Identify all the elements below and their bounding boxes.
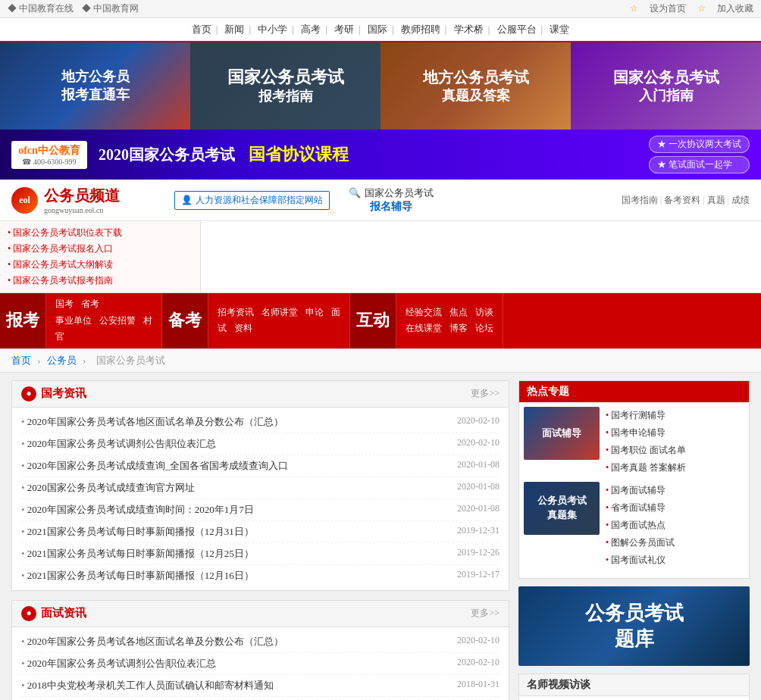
guokao-header: ● 国考资讯 更多>> <box>12 381 509 408</box>
hot-link-guokao-shenlun[interactable]: 国考申论辅导 <box>606 424 686 442</box>
news-item-1: 2020年国家公务员考试调剂公告|职位表汇总 2020-02-10 <box>21 433 500 455</box>
nav-ziliao[interactable]: 资料 <box>234 320 252 337</box>
banner-2[interactable]: 国家公务员考试 报考指南 <box>190 42 380 130</box>
news-date-4: 2020-01-08 <box>437 503 500 517</box>
hot-thumb-1[interactable]: 面试辅导 <box>524 407 600 460</box>
hot-link-guokao-zhenti[interactable]: 国考真题 答案解析 <box>606 459 686 477</box>
ad-tags: ★ 一次协议两大考试 ★ 笔试面试一起学 <box>649 136 750 173</box>
nav-boke[interactable]: 博客 <box>449 320 468 337</box>
ms-date-0: 2020-02-10 <box>437 635 500 648</box>
add-favorites[interactable]: 加入收藏 <box>717 3 753 14</box>
nav-home[interactable]: 首页 <box>192 23 211 35</box>
banner-4[interactable]: 国家公务员考试 入门指南 <box>571 42 761 130</box>
nav-xueqiao[interactable]: 学术桥 <box>454 23 484 35</box>
hot-link-shengkao-ms[interactable]: 省考面试辅导 <box>606 499 675 517</box>
breadcrumb-gwy[interactable]: 公务员 <box>47 355 77 366</box>
mianshi-more[interactable]: 更多>> <box>471 607 500 620</box>
nav-jingyan[interactable]: 经验交流 <box>406 305 442 321</box>
guokao-title: ● 国考资讯 <box>21 386 86 402</box>
news-item-7: 2021国家公务员考试每日时事新闻播报（12月16日） 2019-12-17 <box>21 565 500 586</box>
guokao-more[interactable]: 更多>> <box>471 387 500 400</box>
nav-shiyedanwei[interactable]: 事业单位 <box>55 313 92 330</box>
full-red-nav: 报考 国考 省考 事业单位 公安招警 村 官 备考 招考资讯 名师讲堂 申论 面… <box>0 293 761 348</box>
nav-classroom[interactable]: 课堂 <box>550 23 569 35</box>
nav-hudong-row1: 经验交流 焦点 访谈 <box>406 305 493 321</box>
news-link-0[interactable]: 2020年国家公务员考试各地区面试名单及分数公布（汇总） <box>21 415 437 429</box>
hot-link-guokao-etiquette[interactable]: 国考面试礼仪 <box>606 552 675 569</box>
nav-international[interactable]: 国际 <box>368 23 387 35</box>
nav-kaoyan[interactable]: 考研 <box>334 23 354 35</box>
qlink-2[interactable]: • 国家公务员考试报名入口 <box>8 241 193 257</box>
hot-link-tujie-ms[interactable]: 图解公务员面试 <box>606 534 675 552</box>
nav-mianshi[interactable]: 面 <box>331 305 340 321</box>
ms-link-0[interactable]: 2020年国家公务员考试各地区面试名单及分数公布（汇总） <box>21 635 437 648</box>
nav-fangtan[interactable]: 访谈 <box>475 305 493 321</box>
hot-thumb-2[interactable]: 公务员考试 真题集 <box>524 482 600 535</box>
qlink-4[interactable]: • 国家公务员考试报考指南 <box>8 273 193 289</box>
news-link-1[interactable]: 2020年国家公务员考试调剂公告|职位表汇总 <box>21 437 437 451</box>
hot-link-guokao-xingce[interactable]: 国考行测辅导 <box>606 407 686 424</box>
nav-teacher[interactable]: 教师招聘 <box>401 23 440 35</box>
banner-3-text: 地方公务员考试 真题及答案 <box>423 67 529 105</box>
banner-1[interactable]: 地方公务员 报考直通车 <box>0 42 190 130</box>
nav-hudong-items: 经验交流 焦点 访谈 在线课堂 博客 论坛 <box>396 293 503 348</box>
news-link-2[interactable]: 2020年国家公务员考试成绩查询_全国各省国考成绩查询入口 <box>21 459 437 473</box>
video-section: 名师视频访谈 国考面试考情分析 <box>518 673 750 700</box>
hot-pair-1: 面试辅导 国考行测辅导 国考申论辅导 国考职位 面试名单 国考真题 答案解析 <box>524 407 744 477</box>
news-link-6[interactable]: 2021国家公务员考试每日时事新闻播报（12月25日） <box>21 547 437 561</box>
top-bar-link1[interactable]: ◆ 中国教育在线 <box>8 3 74 14</box>
ms-link-1[interactable]: 2020年国家公务员考试调剂公告|职位表汇总 <box>21 657 437 670</box>
nav-jiaodian[interactable]: 焦点 <box>449 305 468 321</box>
ms-item-2: 2018中央党校考录机关工作人员面试确认和邮寄材料通知 2018-01-31 <box>21 675 500 697</box>
news-link-4[interactable]: 2020年国家公务员考试成绩查询时间：2020年1月7日 <box>21 503 437 517</box>
baoming-link[interactable]: 报名辅导 <box>370 200 412 214</box>
ms-link-2[interactable]: 2018中央党校考录机关工作人员面试确认和邮寄材料通知 <box>21 679 437 692</box>
main-nav-bar: 首页| 新闻| 中小学| 高考| 考研| 国际| 教师招聘| 学术桥| 公服平台… <box>0 18 761 42</box>
sidebar-quicklinks: • 国家公务员考试职位表下载 • 国家公务员考试报名入口 • 国家公务员考试大纲… <box>0 221 201 292</box>
nav-guokao[interactable]: 国考 <box>55 296 74 313</box>
news-item-2: 2020年国家公务员考试成绩查询_全国各省国考成绩查询入口 2020-01-08 <box>21 455 500 477</box>
news-link-5[interactable]: 2021国家公务员考试每日时事新闻播报（12月31日） <box>21 525 437 539</box>
qbank-banner[interactable]: 公务员考试 题库 <box>518 586 750 666</box>
nav-cun[interactable]: 村 <box>143 313 152 330</box>
news-date-7: 2019-12-17 <box>437 569 500 583</box>
nav-shengkao[interactable]: 省考 <box>81 296 99 313</box>
nav-zhaokao[interactable]: 招考资讯 <box>218 305 254 321</box>
hot-link-guokao-ms-hot[interactable]: 国考面试热点 <box>606 517 675 534</box>
qlink-1[interactable]: • 国家公务员考试职位表下载 <box>8 225 193 241</box>
set-homepage[interactable]: 设为首页 <box>650 3 686 14</box>
logo-nav-section: eol 公务员频道 gongwuyuan.eol.cn 👤 人力资源和社会保障部… <box>0 180 761 221</box>
top-bar-link2[interactable]: ◆ 中国教育网 <box>82 3 139 14</box>
hot-thumb-2-text: 公务员考试 真题集 <box>537 494 587 521</box>
hot-links-1: 国考行测辅导 国考申论辅导 国考职位 面试名单 国考真题 答案解析 <box>606 407 686 477</box>
banner-3[interactable]: 地方公务员考试 真题及答案 <box>380 42 571 130</box>
link-guokao-guide[interactable]: 国考指南 <box>622 195 658 205</box>
hot-link-guokao-zhiwei[interactable]: 国考职位 面试名单 <box>606 442 686 459</box>
nav-guan[interactable]: 官 <box>55 329 64 345</box>
hot-links-2: 国考面试辅导 省考面试辅导 国考面试热点 图解公务员面试 国考面试礼仪 <box>606 482 675 570</box>
nav-luntan[interactable]: 论坛 <box>475 320 493 337</box>
ms-item-1: 2020年国家公务员考试调剂公告|职位表汇总 2020-02-10 <box>21 653 500 675</box>
ms-date-1: 2020-02-10 <box>437 657 500 670</box>
nav-shenlun[interactable]: 申论 <box>305 305 324 321</box>
qlink-3[interactable]: • 国家公务员考试大纲解读 <box>8 257 193 273</box>
nav-k12[interactable]: 中小学 <box>258 23 287 35</box>
news-date-1: 2020-02-10 <box>437 437 500 451</box>
link-zhenti[interactable]: 真题 <box>707 195 725 205</box>
ad-banner[interactable]: ofcn中公教育 ☎ 400-6300-999 2020国家公务员考试 国省协议… <box>0 130 761 180</box>
nav-zaixianketang[interactable]: 在线课堂 <box>406 320 442 337</box>
nav-news[interactable]: 新闻 <box>224 23 244 35</box>
banner-1-text: 地方公务员 报考直通车 <box>61 68 130 104</box>
breadcrumb-home[interactable]: 首页 <box>11 355 31 366</box>
news-link-7[interactable]: 2021国家公务员考试每日时事新闻播报（12月16日） <box>21 569 437 583</box>
nav-beikao-items: 招考资讯 名师讲堂 申论 面 试 资料 <box>208 293 350 348</box>
nav-shi[interactable]: 试 <box>218 320 227 337</box>
nav-gonganjing[interactable]: 公安招警 <box>99 313 136 330</box>
nav-gongfu[interactable]: 公服平台 <box>497 23 537 35</box>
link-chengji[interactable]: 成绩 <box>731 195 750 205</box>
nav-gaokao[interactable]: 高考 <box>301 23 321 35</box>
nav-mingshi[interactable]: 名师讲堂 <box>261 305 298 321</box>
link-beikao-material[interactable]: 备考资料 <box>664 195 700 205</box>
hot-link-guokao-ms[interactable]: 国考面试辅导 <box>606 482 675 499</box>
news-link-3[interactable]: 2020国家公务员考试成绩查询官方网址 <box>21 481 437 495</box>
